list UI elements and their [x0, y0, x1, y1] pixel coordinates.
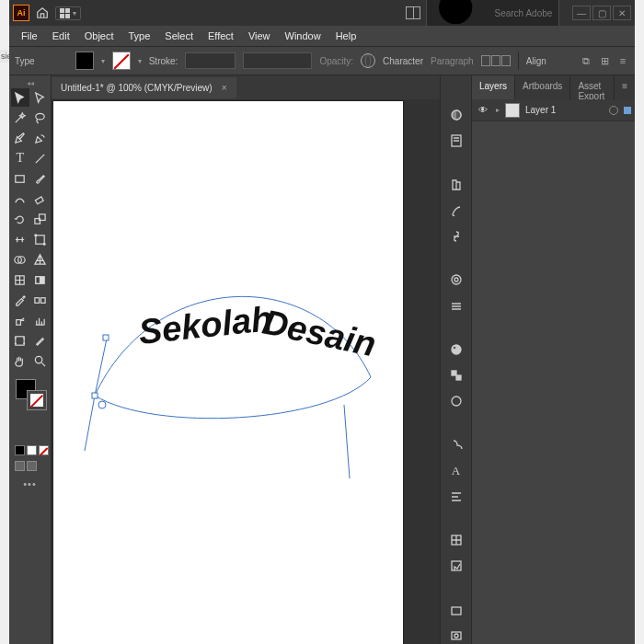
- menu-type[interactable]: Type: [122, 28, 157, 44]
- disclosure-icon[interactable]: ▸: [496, 106, 500, 114]
- paragraph-align-icons[interactable]: [481, 55, 511, 66]
- color-mode-swatches[interactable]: [15, 445, 49, 455]
- arrange-documents-icon[interactable]: [406, 6, 420, 20]
- close-tab-icon[interactable]: ×: [222, 83, 227, 93]
- links-icon[interactable]: [447, 602, 466, 618]
- menu-select[interactable]: Select: [158, 28, 200, 44]
- eyedropper-tool[interactable]: [11, 291, 29, 309]
- isolate-icon[interactable]: ⧉: [580, 54, 592, 67]
- panel-tabs: Layers Artboards Asset Export ≡: [472, 75, 635, 99]
- transparency-icon[interactable]: [447, 367, 466, 384]
- layer-name[interactable]: Layer 1: [525, 105, 556, 115]
- actions-icon[interactable]: [447, 627, 466, 644]
- app-logo-icon: Ai: [13, 5, 29, 21]
- appearance-icon[interactable]: [447, 393, 466, 409]
- stroke-color-swatch[interactable]: [27, 390, 47, 410]
- stroke-panel-icon[interactable]: [447, 297, 466, 314]
- properties-panel-icon[interactable]: [447, 132, 466, 149]
- tab-artboards[interactable]: Artboards: [515, 75, 570, 99]
- type-tool[interactable]: T: [11, 149, 29, 167]
- pathfinder-icon[interactable]: [447, 436, 466, 453]
- gradient-tool[interactable]: [31, 270, 50, 289]
- artboard[interactable]: Sekolah Desain: [53, 101, 403, 644]
- stroke-swatch[interactable]: [112, 52, 131, 70]
- canvas[interactable]: Sekolah Desain: [52, 99, 440, 644]
- selection-tool[interactable]: [11, 88, 29, 107]
- rectangle-tool[interactable]: [11, 169, 29, 188]
- width-tool[interactable]: [11, 230, 29, 248]
- document-tab[interactable]: Untitled-1* @ 100% (CMYK/Preview) ×: [52, 77, 236, 98]
- asset-export-icon[interactable]: [447, 558, 466, 574]
- slice-tool[interactable]: [31, 331, 50, 350]
- gradient-panel-icon[interactable]: [447, 341, 466, 358]
- direct-selection-tool[interactable]: [31, 88, 50, 107]
- symbols-icon[interactable]: [447, 228, 466, 245]
- transform-panel-icon[interactable]: [447, 532, 466, 548]
- lasso-tool[interactable]: [31, 109, 50, 127]
- character-link[interactable]: Character: [383, 56, 423, 66]
- zoom-tool[interactable]: [31, 351, 50, 370]
- help-search-input[interactable]: [495, 8, 555, 18]
- scale-tool[interactable]: [31, 210, 50, 228]
- swatches-icon[interactable]: [447, 271, 466, 288]
- maximize-button[interactable]: ▢: [592, 6, 611, 20]
- magic-wand-tool[interactable]: [11, 109, 29, 127]
- hand-tool[interactable]: [11, 351, 29, 370]
- svg-point-27: [452, 275, 461, 284]
- home-icon[interactable]: [35, 6, 50, 20]
- fill-stroke-swatches[interactable]: [11, 377, 49, 410]
- curvature-tool[interactable]: [31, 129, 50, 147]
- color-panel-icon[interactable]: [447, 107, 466, 123]
- brushes-icon[interactable]: [447, 202, 466, 219]
- symbol-sprayer-tool[interactable]: [11, 311, 29, 329]
- artboard-tool[interactable]: [11, 331, 29, 350]
- free-transform-tool[interactable]: [31, 230, 50, 248]
- brush-dropdown[interactable]: [243, 52, 312, 69]
- visibility-icon[interactable]: 👁: [476, 105, 490, 115]
- line-tool[interactable]: [31, 149, 50, 167]
- menu-effect[interactable]: Effect: [201, 28, 240, 44]
- expand-handle[interactable]: ◂◂: [12, 79, 49, 86]
- target-icon[interactable]: [609, 106, 618, 115]
- svg-point-18: [35, 356, 42, 363]
- panel-menu-icon[interactable]: ≡: [615, 75, 635, 99]
- blend-tool[interactable]: [31, 291, 50, 309]
- opacity-label[interactable]: Opacity:: [319, 56, 353, 66]
- svg-point-38: [454, 634, 458, 638]
- menu-object[interactable]: Object: [78, 28, 121, 44]
- menu-view[interactable]: View: [242, 28, 277, 44]
- edit-toolbar-button[interactable]: •••: [11, 478, 49, 489]
- rotate-tool[interactable]: [11, 210, 29, 228]
- close-button[interactable]: ✕: [613, 6, 631, 20]
- screen-mode-buttons[interactable]: [15, 461, 49, 471]
- menu-help[interactable]: Help: [329, 28, 363, 44]
- fill-swatch[interactable]: [75, 52, 94, 70]
- tab-asset-export[interactable]: Asset Export: [570, 75, 615, 99]
- menu-edit[interactable]: Edit: [46, 28, 76, 44]
- svg-point-8: [43, 243, 45, 245]
- workspace-switcher[interactable]: ▾: [55, 6, 81, 20]
- align-panel-icon[interactable]: [447, 489, 466, 505]
- stroke-weight-dropdown[interactable]: [185, 52, 236, 69]
- minimize-button[interactable]: —: [572, 6, 591, 20]
- panel-menu-icon[interactable]: ≡: [616, 54, 629, 67]
- recolor-icon[interactable]: [361, 53, 375, 68]
- layer-row[interactable]: 👁 ▸ Layer 1: [472, 99, 635, 121]
- graph-tool[interactable]: [31, 311, 50, 329]
- pen-tool[interactable]: [11, 129, 29, 147]
- menu-file[interactable]: File: [15, 28, 44, 44]
- shape-builder-tool[interactable]: [11, 250, 29, 269]
- shaper-tool[interactable]: [11, 190, 29, 208]
- character-panel-icon[interactable]: A: [447, 463, 466, 479]
- align-link[interactable]: Align: [526, 56, 546, 66]
- mesh-tool[interactable]: [11, 270, 29, 289]
- tab-layers[interactable]: Layers: [472, 75, 515, 99]
- perspective-tool[interactable]: [31, 250, 50, 269]
- paragraph-link[interactable]: Paragraph: [431, 56, 474, 66]
- libraries-icon[interactable]: [447, 177, 466, 193]
- menu-window[interactable]: Window: [279, 28, 328, 44]
- paintbrush-tool[interactable]: [31, 169, 50, 188]
- eraser-tool[interactable]: [31, 190, 50, 208]
- svg-rect-36: [452, 607, 461, 615]
- transform-icon[interactable]: ⊞: [598, 54, 611, 67]
